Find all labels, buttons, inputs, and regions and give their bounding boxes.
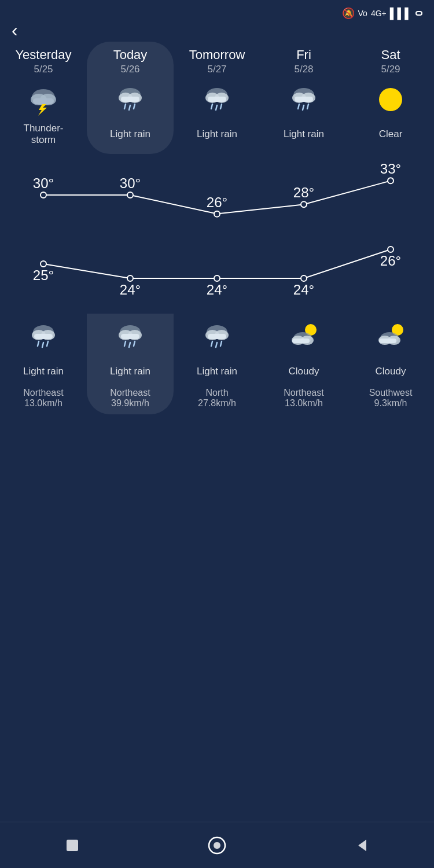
svg-line-66 (216, 343, 217, 347)
svg-line-52 (42, 343, 43, 347)
day-col-tomorrow: Tomorrow 5/27 Light rain (174, 42, 260, 154)
mute-icon: 🔕 (342, 7, 355, 20)
wind-speed-fri: 13.0km/h (285, 398, 323, 409)
svg-rect-15 (208, 97, 226, 102)
svg-point-37 (41, 261, 46, 267)
wind-speed-tomorrow: 27.8km/h (198, 398, 236, 409)
nav-square-button[interactable] (61, 834, 84, 857)
night-col-sat: Cloudy Southwest 9.3km/h (347, 314, 434, 414)
svg-rect-57 (121, 334, 139, 339)
day-name-fri: Fri (296, 47, 311, 62)
svg-point-26 (379, 88, 402, 111)
svg-line-24 (303, 105, 304, 110)
weather-label-tomorrow: Light rain (197, 120, 237, 148)
night-col-yesterday: Light rain Northeast 13.0km/h (0, 314, 87, 414)
weather-label-today: Light rain (110, 120, 150, 148)
svg-point-43 (301, 275, 307, 281)
volte-icon: Vo (358, 9, 367, 18)
svg-line-60 (134, 341, 135, 346)
wind-speed-yesterday: 13.0km/h (24, 398, 62, 409)
day-date-sat: 5/29 (381, 64, 400, 75)
svg-rect-78 (67, 840, 78, 851)
svg-line-16 (211, 104, 212, 109)
day-date-tomorrow: 5/27 (207, 64, 226, 75)
wind-dir-fri: Northeast (284, 388, 323, 398)
svg-text:28°: 28° (293, 185, 314, 200)
temperature-chart: 30°30°26°28°33°25°24°24°24°26° (0, 154, 434, 304)
forecast-container: Yesterday 5/25 Thunder-storm Today 5/26 … (0, 42, 434, 426)
svg-rect-3 (33, 98, 54, 104)
wind-dir-tomorrow: North (205, 388, 228, 398)
svg-text:24°: 24° (207, 282, 227, 297)
day-col-sat: Sat 5/29 Clear (347, 42, 434, 154)
day-name-tomorrow: Tomorrow (189, 47, 245, 62)
night-label-today: Light rain (110, 358, 150, 385)
svg-text:30°: 30° (120, 175, 141, 191)
svg-rect-22 (295, 97, 313, 102)
svg-text:26°: 26° (380, 253, 401, 269)
back-button[interactable]: ‹ (12, 20, 18, 41)
svg-rect-50 (34, 334, 53, 339)
weather-icon-light-rain-tomorrow (200, 82, 234, 117)
weather-icon-light-rain-fri (286, 82, 321, 117)
day-date-yesterday: 5/25 (34, 64, 53, 75)
night-icon-light-rain-tomorrow (200, 319, 234, 354)
night-col-tomorrow: Light rain North 27.8km/h (174, 314, 260, 414)
signal-icon: ▌▌▌ (390, 8, 412, 20)
night-label-yesterday: Light rain (23, 358, 64, 385)
night-icon-light-rain-yesterday (26, 319, 61, 354)
status-icons: 🔕 Vo 4G+ ▌▌▌ (339, 7, 422, 20)
night-label-tomorrow: Light rain (197, 358, 237, 385)
weather-icon-thunderstorm-yesterday (26, 82, 61, 117)
nav-home-button[interactable] (205, 834, 229, 857)
day-name-sat: Sat (381, 47, 400, 62)
night-grid: Light rain Northeast 13.0km/h Light rain… (0, 314, 434, 414)
svg-rect-64 (208, 334, 226, 339)
svg-line-11 (134, 104, 135, 109)
svg-line-67 (220, 341, 222, 346)
svg-line-59 (129, 343, 130, 347)
svg-line-25 (307, 104, 308, 109)
svg-point-80 (214, 842, 220, 849)
svg-marker-4 (38, 104, 47, 116)
svg-point-35 (388, 178, 393, 183)
svg-line-18 (220, 104, 222, 109)
day-name-yesterday: Yesterday (15, 47, 71, 62)
svg-text:26°: 26° (207, 194, 227, 210)
svg-marker-81 (358, 840, 366, 851)
day-name-today: Today (113, 47, 148, 62)
weather-label-fri: Light rain (284, 120, 324, 148)
weather-icon-clear-sat (373, 82, 408, 117)
svg-point-45 (388, 247, 393, 252)
night-label-fri: Cloudy (289, 358, 319, 385)
day-date-today: 5/26 (120, 64, 139, 75)
night-icon-light-rain-today (113, 319, 148, 354)
wind-speed-today: 39.9km/h (111, 398, 149, 409)
night-label-sat: Cloudy (376, 358, 406, 385)
svg-point-41 (214, 275, 220, 281)
svg-point-27 (41, 192, 46, 198)
svg-line-53 (47, 341, 48, 346)
battery-indicator (415, 11, 422, 16)
svg-text:24°: 24° (293, 282, 314, 297)
wind-dir-today: Northeast (110, 388, 150, 398)
nav-back-button[interactable] (350, 834, 373, 857)
status-bar: 🔕 Vo 4G+ ▌▌▌ (0, 0, 434, 24)
svg-line-23 (298, 104, 299, 109)
svg-rect-77 (379, 339, 396, 343)
weather-label-yesterday: Thunder-storm (24, 120, 64, 148)
svg-rect-72 (292, 339, 310, 343)
svg-text:25°: 25° (33, 267, 54, 283)
svg-point-39 (127, 275, 133, 281)
night-icon-cloudy-sat (373, 319, 408, 354)
svg-point-31 (214, 211, 220, 217)
svg-line-9 (124, 104, 126, 109)
night-icon-cloudy-fri (286, 319, 321, 354)
network-icon: 4G+ (371, 9, 387, 18)
day-col-today: Today 5/26 Light rain (87, 42, 174, 154)
svg-point-33 (301, 201, 307, 207)
svg-line-58 (124, 341, 126, 346)
weather-label-sat: Clear (379, 120, 403, 148)
wind-dir-sat: Southwest (369, 388, 413, 398)
forecast-header-grid: Yesterday 5/25 Thunder-storm Today 5/26 … (0, 42, 434, 154)
